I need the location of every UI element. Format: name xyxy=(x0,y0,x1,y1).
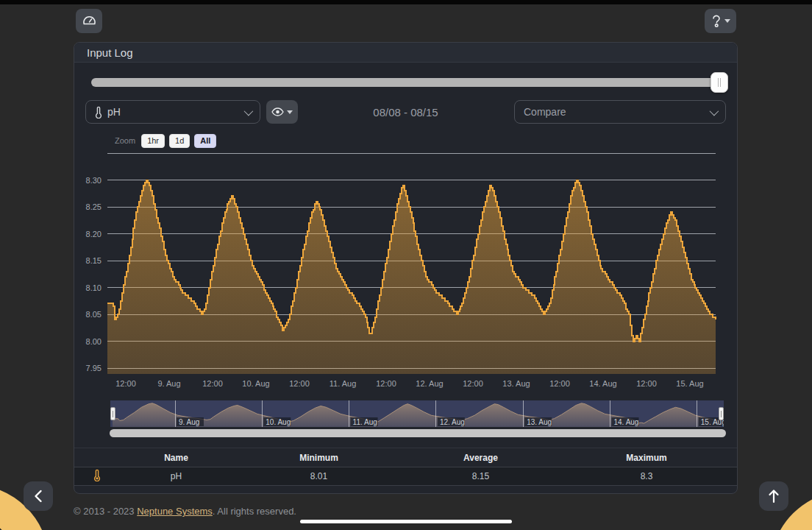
zoom-button-1d[interactable]: 1d xyxy=(169,134,190,148)
scroll-to-top-button[interactable] xyxy=(759,481,788,511)
zoom-button-1hr[interactable]: 1hr xyxy=(141,134,165,148)
svg-text:13. Aug: 13. Aug xyxy=(502,379,530,388)
svg-text:8.05: 8.05 xyxy=(86,310,102,319)
thermometer-icon xyxy=(95,106,102,119)
visibility-menu-button[interactable] xyxy=(266,100,298,124)
svg-text:9. Aug: 9. Aug xyxy=(179,418,199,426)
slider-track[interactable] xyxy=(91,78,726,87)
svg-text:7.95: 7.95 xyxy=(86,364,102,372)
copyright-text: © 2013 - 2023 xyxy=(74,506,137,517)
chevron-down-icon xyxy=(244,106,254,116)
chevron-down-icon xyxy=(724,19,730,23)
svg-text:8.00: 8.00 xyxy=(86,337,102,346)
svg-text:8.15: 8.15 xyxy=(86,256,102,265)
panel-header: Input Log xyxy=(74,43,737,63)
help-menu-button[interactable] xyxy=(705,9,736,33)
gauge-icon xyxy=(82,14,96,29)
thermometer-icon xyxy=(93,469,101,481)
chevron-down-icon xyxy=(287,110,293,114)
svg-text:8.30: 8.30 xyxy=(86,176,102,185)
average-column-header: Average xyxy=(405,448,556,467)
time-range-slider[interactable] xyxy=(91,78,726,87)
page-title: Input Log xyxy=(87,46,133,59)
svg-text:12:00: 12:00 xyxy=(463,379,483,388)
chart-scrollbar[interactable] xyxy=(110,429,726,437)
ph-area-chart[interactable]: 8.308.258.208.158.108.058.007.9512:009. … xyxy=(74,150,737,396)
icon-column-header xyxy=(74,448,120,467)
minimum-column-header: Minimum xyxy=(232,448,405,467)
maximum-value-cell: 8.3 xyxy=(556,467,737,486)
zoom-button-all[interactable]: All xyxy=(194,134,216,148)
chart-navigator[interactable]: 9. Aug10. Aug11. Aug12. Aug13. Aug14. Au… xyxy=(110,400,724,427)
svg-text:12:00: 12:00 xyxy=(636,379,657,388)
table-row: pH 8.01 8.15 8.3 xyxy=(74,467,737,486)
slider-thumb[interactable] xyxy=(710,72,728,93)
navigator-left-handle[interactable] xyxy=(110,407,115,420)
navigator-mini-chart[interactable]: 9. Aug10. Aug11. Aug12. Aug13. Aug14. Au… xyxy=(110,400,724,427)
svg-text:12:00: 12:00 xyxy=(115,379,136,388)
svg-text:12:00: 12:00 xyxy=(289,379,310,388)
probe-select-value: pH xyxy=(107,106,121,118)
svg-text:14. Aug: 14. Aug xyxy=(614,418,639,426)
navigator-right-handle[interactable] xyxy=(719,407,724,420)
svg-text:11. Aug: 11. Aug xyxy=(353,418,377,426)
copyright-suffix: . All rights reserved. xyxy=(213,506,296,517)
svg-text:9. Aug: 9. Aug xyxy=(157,379,180,388)
probe-icon-cell xyxy=(74,467,120,486)
input-log-panel: Input Log pH 08/08 - 08/15 Compare Zoom xyxy=(74,42,738,494)
probe-select[interactable]: pH xyxy=(85,100,260,124)
minimum-value-cell: 8.01 xyxy=(232,467,405,486)
zoom-label: Zoom xyxy=(115,136,135,145)
eye-icon xyxy=(271,107,284,116)
svg-text:13. Aug: 13. Aug xyxy=(527,418,552,426)
summary-table: Name Minimum Average Maximum pH 8.01 8.1… xyxy=(74,448,737,486)
chart-zoom-controls: Zoom 1hr 1d All xyxy=(115,134,737,147)
summary-table-header-row: Name Minimum Average Maximum xyxy=(74,448,737,467)
svg-text:12. Aug: 12. Aug xyxy=(416,379,443,388)
chevron-down-icon xyxy=(710,106,719,116)
name-column-header: Name xyxy=(120,448,232,467)
svg-text:12:00: 12:00 xyxy=(549,379,570,388)
svg-text:12:00: 12:00 xyxy=(202,379,223,388)
chart-plot-area[interactable]: 8.308.258.208.158.108.058.007.9512:009. … xyxy=(74,150,729,393)
svg-text:8.10: 8.10 xyxy=(86,283,102,292)
back-button[interactable] xyxy=(24,481,53,511)
neptune-systems-link[interactable]: Neptune Systems xyxy=(137,506,213,517)
arrow-up-icon xyxy=(768,489,780,504)
svg-text:10. Aug: 10. Aug xyxy=(266,418,291,426)
svg-text:11. Aug: 11. Aug xyxy=(330,379,357,388)
svg-text:12:00: 12:00 xyxy=(376,379,396,388)
svg-text:14. Aug: 14. Aug xyxy=(589,379,616,388)
screen-top-bezel xyxy=(0,0,812,4)
svg-text:12. Aug: 12. Aug xyxy=(440,418,465,426)
dashboard-button[interactable] xyxy=(76,9,102,33)
average-value-cell: 8.15 xyxy=(405,467,556,486)
help-icon xyxy=(711,15,722,28)
svg-text:8.20: 8.20 xyxy=(86,230,102,239)
chevron-left-icon xyxy=(34,490,43,503)
compare-select[interactable]: Compare xyxy=(514,100,726,124)
svg-text:15. Aug: 15. Aug xyxy=(676,379,703,388)
probe-name-cell: pH xyxy=(120,467,232,486)
svg-text:8.25: 8.25 xyxy=(86,202,102,211)
home-indicator[interactable] xyxy=(300,520,512,523)
maximum-column-header: Maximum xyxy=(556,448,737,467)
controls-row: pH 08/08 - 08/15 Compare xyxy=(85,100,726,124)
copyright-footer: © 2013 - 2023 Neptune Systems. All right… xyxy=(74,506,296,517)
compare-select-placeholder: Compare xyxy=(524,106,566,118)
svg-text:10. Aug: 10. Aug xyxy=(242,379,269,388)
